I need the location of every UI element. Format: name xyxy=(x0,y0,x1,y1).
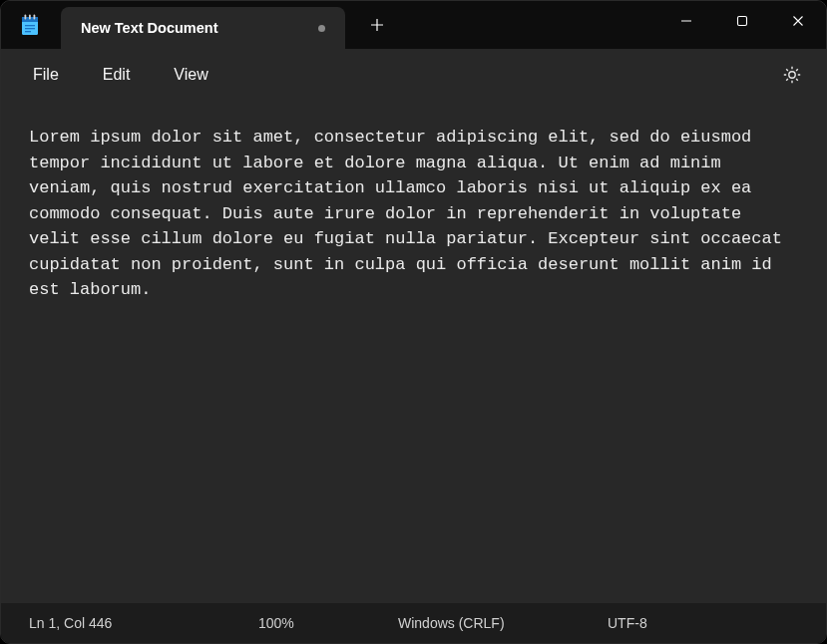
status-line-ending[interactable]: Windows (CRLF) xyxy=(370,603,580,643)
menu-edit[interactable]: Edit xyxy=(85,60,149,90)
minimize-button[interactable] xyxy=(658,1,714,41)
window-controls xyxy=(658,1,826,41)
svg-rect-8 xyxy=(738,17,747,26)
svg-point-9 xyxy=(789,72,795,78)
menu-view[interactable]: View xyxy=(156,60,225,90)
settings-button[interactable] xyxy=(772,55,812,95)
status-bar: Ln 1, Col 446 100% Windows (CRLF) UTF-8 xyxy=(1,603,826,643)
menu-bar: File Edit View xyxy=(1,49,826,101)
editor-area[interactable]: Lorem ipsum dolor sit amet, consectetur … xyxy=(1,101,826,603)
status-zoom[interactable]: 100% xyxy=(230,603,370,643)
svg-rect-2 xyxy=(25,15,27,20)
tab-title: New Text Document xyxy=(81,20,218,36)
svg-rect-5 xyxy=(25,25,35,26)
notepad-app-icon xyxy=(19,14,41,36)
modified-indicator-icon[interactable] xyxy=(318,25,325,32)
new-tab-button[interactable] xyxy=(355,3,399,47)
document-tab[interactable]: New Text Document xyxy=(61,7,345,49)
svg-rect-7 xyxy=(25,31,31,32)
menu-file[interactable]: File xyxy=(15,60,77,90)
close-button[interactable] xyxy=(770,1,826,41)
app-window: New Text Document File Edit View xyxy=(0,0,827,644)
status-encoding[interactable]: UTF-8 xyxy=(580,603,826,643)
svg-rect-6 xyxy=(25,28,35,29)
editor-text[interactable]: Lorem ipsum dolor sit amet, consectetur … xyxy=(29,125,798,303)
gear-icon xyxy=(782,65,802,85)
svg-rect-4 xyxy=(34,15,36,20)
status-cursor-position[interactable]: Ln 1, Col 446 xyxy=(1,603,230,643)
svg-rect-3 xyxy=(29,15,31,20)
maximize-button[interactable] xyxy=(714,1,770,41)
title-bar[interactable]: New Text Document xyxy=(1,1,826,49)
